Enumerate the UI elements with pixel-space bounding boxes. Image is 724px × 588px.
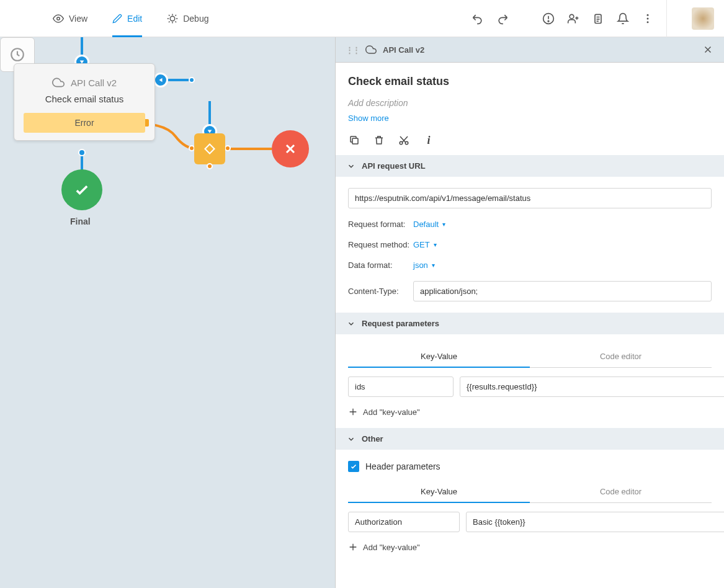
drag-handle-icon[interactable]: ⋮⋮ xyxy=(346,45,359,55)
header-params-checkbox[interactable] xyxy=(348,461,359,472)
svg-point-4 xyxy=(548,20,549,22)
chevron-down-icon xyxy=(347,319,355,328)
condition-node[interactable] xyxy=(194,133,225,164)
param-row: S ▾ xyxy=(348,376,712,397)
svg-rect-11 xyxy=(352,138,358,144)
error-badge: Error xyxy=(24,113,145,133)
connector-port[interactable] xyxy=(189,77,195,83)
panel-actions: i xyxy=(348,134,712,146)
workflow-canvas[interactable]: API Call v2 Check email status Error Fin… xyxy=(0,37,335,588)
tab-code-editor[interactable]: Code editor xyxy=(530,345,712,367)
header-tabs: Key-Value Code editor xyxy=(348,481,712,503)
tab-key-value[interactable]: Key-Value xyxy=(348,345,530,367)
chevron-down-icon: ▾ xyxy=(434,241,437,248)
side-panel: ⋮⋮ API Call v2 Check email status Add de… xyxy=(335,37,724,588)
data-format-label: Data format: xyxy=(348,261,413,270)
param-value-input[interactable] xyxy=(460,376,724,397)
api-call-node[interactable]: API Call v2 Check email status Error xyxy=(14,63,155,141)
svg-point-1 xyxy=(170,16,175,21)
divider xyxy=(666,0,667,37)
data-format-select[interactable]: json ▾ xyxy=(413,261,435,270)
eye-icon xyxy=(53,13,64,24)
tab-code-editor[interactable]: Code editor xyxy=(530,481,712,502)
svg-point-9 xyxy=(647,21,649,23)
tab-edit[interactable]: Edit xyxy=(112,0,142,37)
cut-button[interactable] xyxy=(398,134,410,146)
section-body-params: Key-Value Code editor S ▾ Add "key-value… xyxy=(336,334,724,428)
section-header-params[interactable]: Request parameters xyxy=(336,313,724,334)
add-key-value-button[interactable]: Add "key-value" xyxy=(348,407,712,417)
tab-label: Edit xyxy=(127,14,142,24)
tab-view[interactable]: View xyxy=(53,0,87,37)
panel-header: ⋮⋮ API Call v2 xyxy=(336,37,724,63)
delete-button[interactable] xyxy=(373,134,385,146)
redo-button[interactable] xyxy=(496,12,509,25)
show-more-link[interactable]: Show more xyxy=(348,114,389,123)
add-user-icon[interactable] xyxy=(567,12,579,25)
check-icon xyxy=(73,181,91,198)
request-method-label: Request method: xyxy=(348,240,413,249)
topbar-actions xyxy=(471,0,714,37)
panel-body: Check email status Add description Show … xyxy=(336,63,724,155)
copy-button[interactable] xyxy=(348,134,360,146)
svg-point-13 xyxy=(405,141,408,145)
node-name: Check email status xyxy=(20,94,148,104)
panel-header-title: API Call v2 xyxy=(383,45,424,55)
request-format-select[interactable]: Default ▾ xyxy=(413,220,445,229)
svg-point-12 xyxy=(400,141,403,145)
header-row xyxy=(348,512,712,532)
tab-label: View xyxy=(69,14,87,24)
undo-button[interactable] xyxy=(471,12,484,25)
section-header-other[interactable]: Other xyxy=(336,428,724,450)
header-key-input[interactable] xyxy=(348,512,460,532)
bell-icon[interactable] xyxy=(617,12,629,25)
content-type-input[interactable] xyxy=(413,281,712,301)
alert-icon[interactable] xyxy=(542,12,555,25)
close-icon xyxy=(283,141,298,156)
pencil-icon xyxy=(112,14,122,24)
svg-point-0 xyxy=(57,17,60,20)
error-end-node[interactable] xyxy=(272,130,309,167)
section-body-other: Header parameters Key-Value Code editor … xyxy=(336,450,724,563)
close-panel-button[interactable] xyxy=(702,43,714,56)
more-menu-icon[interactable] xyxy=(641,12,654,25)
chevron-down-icon xyxy=(347,435,355,443)
connector-port[interactable] xyxy=(78,149,86,156)
params-tabs: Key-Value Code editor xyxy=(348,345,712,368)
bug-icon xyxy=(167,13,178,24)
request-method-select[interactable]: GET ▾ xyxy=(413,240,437,249)
connector-port[interactable] xyxy=(207,163,213,169)
clipboard-icon[interactable] xyxy=(592,12,604,25)
final-label: Final xyxy=(70,216,91,226)
param-key-input[interactable] xyxy=(348,376,454,397)
panel-title: Check email status xyxy=(348,75,712,88)
plus-icon xyxy=(348,407,358,417)
section-header-url[interactable]: API request URL xyxy=(336,155,724,177)
description-placeholder[interactable]: Add description xyxy=(348,98,712,108)
header-value-input[interactable] xyxy=(466,512,724,532)
avatar[interactable] xyxy=(692,7,714,30)
header-params-label: Header parameters xyxy=(365,461,440,471)
svg-point-8 xyxy=(647,17,649,19)
plus-icon xyxy=(348,542,358,552)
info-button[interactable]: i xyxy=(422,134,435,146)
add-key-value-button[interactable]: Add "key-value" xyxy=(348,542,712,552)
cloud-icon xyxy=(365,44,377,55)
chevron-down-icon: ▾ xyxy=(432,262,435,269)
request-format-label: Request format: xyxy=(348,220,413,229)
connector-port[interactable] xyxy=(225,145,231,151)
svg-point-7 xyxy=(647,14,649,16)
tab-label: Debug xyxy=(183,14,208,24)
connector xyxy=(225,148,272,150)
tab-debug[interactable]: Debug xyxy=(167,0,208,37)
svg-point-5 xyxy=(570,14,574,19)
tab-key-value[interactable]: Key-Value xyxy=(348,481,530,502)
cloud-icon xyxy=(52,76,65,89)
connector-port[interactable] xyxy=(153,73,168,87)
content-type-label: Content-Type: xyxy=(348,287,413,296)
success-end-node[interactable] xyxy=(61,169,102,210)
mode-tabs: View Edit Debug xyxy=(53,0,208,37)
chevron-down-icon xyxy=(347,162,355,171)
url-input[interactable] xyxy=(348,188,712,208)
chevron-down-icon: ▾ xyxy=(442,221,445,228)
